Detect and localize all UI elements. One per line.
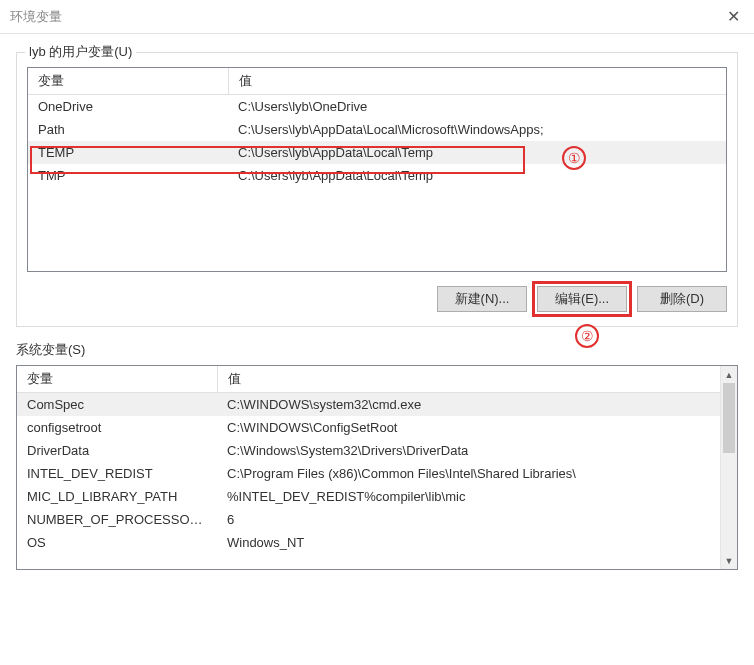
cell-val: C:\WINDOWS\system32\cmd.exe — [217, 393, 720, 417]
cell-var: Path — [28, 118, 228, 141]
edit-button[interactable]: 编辑(E)... — [537, 286, 627, 312]
cell-val: %INTEL_DEV_REDIST%compiler\lib\mic — [217, 485, 720, 508]
table-row[interactable]: INTEL_DEV_REDIST C:\Program Files (x86)\… — [17, 462, 720, 485]
scroll-down-icon[interactable]: ▼ — [721, 552, 737, 569]
cell-var: NUMBER_OF_PROCESSORS — [17, 508, 217, 531]
user-vars-table: 变量 值 OneDrive C:\Users\lyb\OneDrive Path… — [28, 68, 726, 187]
cell-var: ComSpec — [17, 393, 217, 417]
system-vars-legend: 系统变量(S) — [16, 341, 738, 359]
dialog-content: lyb 的用户变量(U) 变量 值 OneDrive C:\Users\lyb\… — [0, 34, 754, 570]
user-vars-buttons: 新建(N)... 编辑(E)... 删除(D) ② — [27, 286, 727, 312]
table-row[interactable]: TMP C:\Users\lyb\AppData\Local\Temp — [28, 164, 726, 187]
cell-val: Windows_NT — [217, 531, 720, 554]
cell-val: C:\Users\lyb\OneDrive — [228, 95, 726, 119]
header-variable[interactable]: 变量 — [17, 366, 217, 393]
system-vars-table-wrap: 变量 值 ComSpec C:\WINDOWS\system32\cmd.exe… — [16, 365, 738, 570]
user-vars-table-wrap: 变量 值 OneDrive C:\Users\lyb\OneDrive Path… — [27, 67, 727, 272]
cell-var: MIC_LD_LIBRARY_PATH — [17, 485, 217, 508]
user-vars-group: lyb 的用户变量(U) 变量 值 OneDrive C:\Users\lyb\… — [16, 52, 738, 327]
table-row[interactable]: Path C:\Users\lyb\AppData\Local\Microsof… — [28, 118, 726, 141]
table-row[interactable]: DriverData C:\Windows\System32\Drivers\D… — [17, 439, 720, 462]
table-row[interactable]: OS Windows_NT — [17, 531, 720, 554]
cell-var: INTEL_DEV_REDIST — [17, 462, 217, 485]
table-row[interactable]: TEMP C:\Users\lyb\AppData\Local\Temp — [28, 141, 726, 164]
close-icon[interactable]: ✕ — [706, 7, 746, 26]
env-vars-dialog: 环境变量 ✕ lyb 的用户变量(U) 变量 值 OneDrive — [0, 0, 754, 665]
cell-var: TEMP — [28, 141, 228, 164]
cell-val: C:\Program Files (x86)\Common Files\Inte… — [217, 462, 720, 485]
cell-var: configsetroot — [17, 416, 217, 439]
scroll-thumb[interactable] — [723, 383, 735, 453]
table-row[interactable]: ComSpec C:\WINDOWS\system32\cmd.exe — [17, 393, 720, 417]
table-row[interactable]: MIC_LD_LIBRARY_PATH %INTEL_DEV_REDIST%co… — [17, 485, 720, 508]
cell-val: 6 — [217, 508, 720, 531]
user-vars-legend: lyb 的用户变量(U) — [25, 43, 136, 61]
system-vars-table: 变量 值 ComSpec C:\WINDOWS\system32\cmd.exe… — [17, 366, 720, 554]
cell-val: C:\Users\lyb\AppData\Local\Temp — [228, 141, 726, 164]
header-value[interactable]: 值 — [217, 366, 720, 393]
scroll-up-icon[interactable]: ▲ — [721, 366, 737, 383]
cell-val: C:\Windows\System32\Drivers\DriverData — [217, 439, 720, 462]
window-title: 环境变量 — [10, 8, 62, 26]
scrollbar[interactable]: ▲ ▼ — [720, 366, 737, 569]
header-value[interactable]: 值 — [228, 68, 726, 95]
cell-val: C:\Users\lyb\AppData\Local\Microsoft\Win… — [228, 118, 726, 141]
cell-var: TMP — [28, 164, 228, 187]
table-row[interactable]: OneDrive C:\Users\lyb\OneDrive — [28, 95, 726, 119]
header-variable[interactable]: 变量 — [28, 68, 228, 95]
system-vars-header-row: 变量 值 — [17, 366, 720, 393]
table-row[interactable]: NUMBER_OF_PROCESSORS 6 — [17, 508, 720, 531]
user-vars-header-row: 变量 值 — [28, 68, 726, 95]
new-button[interactable]: 新建(N)... — [437, 286, 527, 312]
table-row[interactable]: configsetroot C:\WINDOWS\ConfigSetRoot — [17, 416, 720, 439]
cell-var: DriverData — [17, 439, 217, 462]
cell-val: C:\Users\lyb\AppData\Local\Temp — [228, 164, 726, 187]
cell-val: C:\WINDOWS\ConfigSetRoot — [217, 416, 720, 439]
cell-var: OS — [17, 531, 217, 554]
titlebar: 环境变量 ✕ — [0, 0, 754, 34]
delete-button[interactable]: 删除(D) — [637, 286, 727, 312]
cell-var: OneDrive — [28, 95, 228, 119]
